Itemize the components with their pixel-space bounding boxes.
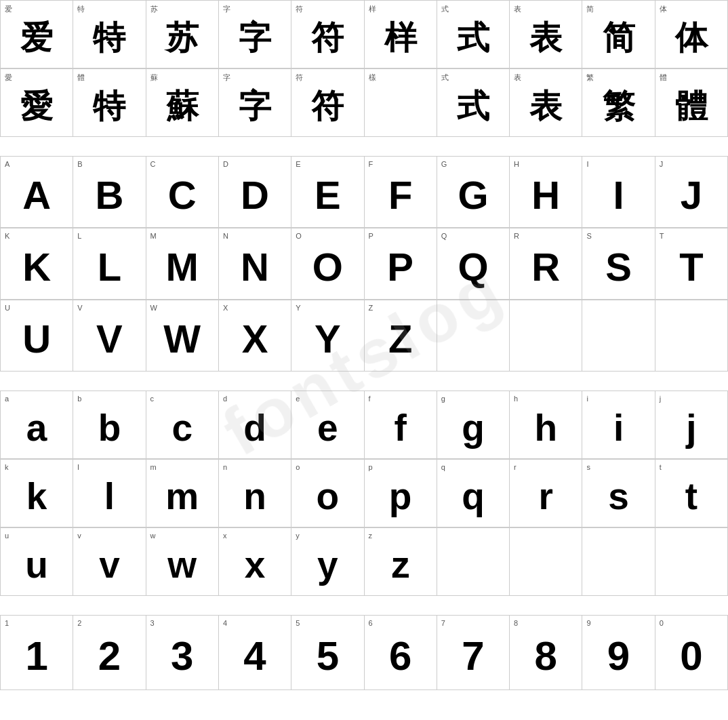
character-cell: nn bbox=[219, 460, 291, 527]
character-cell: QQ bbox=[437, 228, 510, 300]
cell-character: 字 bbox=[239, 22, 271, 54]
cell-character: 表 bbox=[529, 90, 562, 123]
character-cell bbox=[655, 300, 728, 372]
character-cell: 66 bbox=[365, 616, 437, 690]
character-cell bbox=[437, 528, 510, 596]
cell-label: 3 bbox=[150, 619, 155, 627]
cell-label: q bbox=[441, 463, 445, 471]
cell-label: u bbox=[5, 532, 9, 540]
character-cell: 55 bbox=[291, 616, 364, 690]
character-cell: TT bbox=[655, 228, 728, 300]
cell-character: 5 bbox=[317, 636, 339, 677]
cell-label: C bbox=[150, 160, 156, 168]
cell-character: y bbox=[317, 546, 338, 584]
cell-label: 4 bbox=[223, 619, 227, 627]
cell-character: K bbox=[22, 247, 51, 287]
cell-character: H bbox=[531, 176, 560, 215]
cell-character: r bbox=[539, 478, 553, 515]
character-cell: ss bbox=[582, 460, 655, 527]
character-cell: 00 bbox=[655, 616, 728, 690]
cell-character: 特 bbox=[93, 22, 125, 54]
character-cell: uu bbox=[1, 528, 73, 596]
cell-character: 样 bbox=[384, 22, 417, 54]
character-cell: 体体 bbox=[655, 1, 728, 68]
character-cell: XX bbox=[219, 300, 291, 372]
character-cell: pp bbox=[365, 460, 437, 527]
cell-label: 字 bbox=[223, 4, 230, 14]
cell-label: s bbox=[586, 463, 590, 471]
character-cell: qq bbox=[437, 460, 510, 527]
cell-label: R bbox=[514, 232, 519, 240]
cell-label: I bbox=[586, 160, 588, 168]
cell-character: G bbox=[458, 176, 488, 215]
uppercase-section: AABBCCDDEEFFGGHHIIJJ KKLLMMNNOOPPQQRRSST… bbox=[0, 156, 728, 372]
character-cell: VV bbox=[73, 300, 146, 372]
cell-character: U bbox=[22, 319, 51, 359]
character-cell: EE bbox=[291, 157, 364, 228]
cell-character: g bbox=[462, 409, 485, 447]
cell-label: b bbox=[77, 395, 81, 403]
cell-character: s bbox=[608, 478, 629, 515]
cell-label: W bbox=[150, 304, 157, 312]
cell-label: O bbox=[296, 232, 302, 240]
cell-label: K bbox=[5, 232, 9, 240]
character-cell: CC bbox=[146, 157, 219, 228]
character-cell bbox=[655, 528, 728, 596]
cell-character: L bbox=[98, 247, 121, 287]
character-cell: FF bbox=[365, 157, 437, 228]
cell-label: H bbox=[514, 160, 519, 168]
cell-character: 1 bbox=[25, 636, 47, 677]
character-cell: 表表 bbox=[510, 69, 582, 137]
character-cell: HH bbox=[510, 157, 582, 228]
cell-label: y bbox=[296, 532, 300, 540]
character-cell: oo bbox=[291, 460, 364, 527]
cell-label: V bbox=[77, 304, 82, 312]
character-cell: 88 bbox=[510, 616, 582, 690]
cell-label: 5 bbox=[296, 619, 300, 627]
cell-label: 符 bbox=[296, 73, 303, 83]
cell-label: 苏 bbox=[150, 4, 158, 14]
character-cell: 44 bbox=[219, 616, 291, 690]
cell-label: i bbox=[586, 395, 588, 403]
character-cell: 符符 bbox=[291, 69, 364, 137]
character-cell: OO bbox=[291, 228, 364, 300]
cell-label: v bbox=[77, 532, 81, 540]
cell-label: P bbox=[369, 232, 373, 240]
cell-label: U bbox=[5, 304, 10, 312]
character-cell: bb bbox=[73, 391, 146, 459]
character-cell: WW bbox=[146, 300, 219, 372]
cell-character: n bbox=[243, 478, 266, 515]
cell-label: n bbox=[223, 463, 227, 471]
uppercase-row-3: UUVVWWXXYYZZ bbox=[0, 300, 728, 372]
cell-character: 9 bbox=[607, 636, 630, 677]
cell-character: J bbox=[681, 176, 702, 215]
cell-character: 2 bbox=[98, 636, 121, 677]
cell-label: 繁 bbox=[586, 73, 594, 83]
cell-label: z bbox=[369, 532, 373, 540]
character-cell: 11 bbox=[1, 616, 73, 690]
lowercase-row-2: kkllmmnnooppqqrrsstt bbox=[0, 459, 728, 527]
cell-label: 樣 bbox=[369, 73, 376, 83]
cell-character: d bbox=[243, 409, 266, 447]
character-cell: BB bbox=[73, 157, 146, 228]
lowercase-row-1: aabbccddeeffgghhiijj bbox=[0, 391, 728, 459]
cell-label: 1 bbox=[5, 619, 9, 627]
character-cell bbox=[582, 528, 655, 596]
cell-character: t bbox=[685, 478, 697, 515]
character-cell: gg bbox=[437, 391, 510, 459]
uppercase-row-2: KKLLMMNNOOPPQQRRSSTT bbox=[0, 228, 728, 300]
cell-label: w bbox=[150, 532, 156, 540]
cell-character: 式 bbox=[457, 22, 489, 54]
cell-label: r bbox=[514, 463, 517, 471]
cell-character: b bbox=[98, 409, 121, 447]
character-cell: tt bbox=[655, 460, 728, 527]
character-cell: ll bbox=[73, 460, 146, 527]
cell-label: o bbox=[296, 463, 300, 471]
cell-label: 符 bbox=[296, 4, 303, 14]
cell-label: 9 bbox=[586, 619, 590, 627]
cell-label: g bbox=[441, 395, 445, 403]
cell-label: S bbox=[586, 232, 591, 240]
cell-label: E bbox=[296, 160, 300, 168]
character-cell: 愛愛 bbox=[1, 69, 73, 137]
cell-label: m bbox=[150, 463, 157, 471]
